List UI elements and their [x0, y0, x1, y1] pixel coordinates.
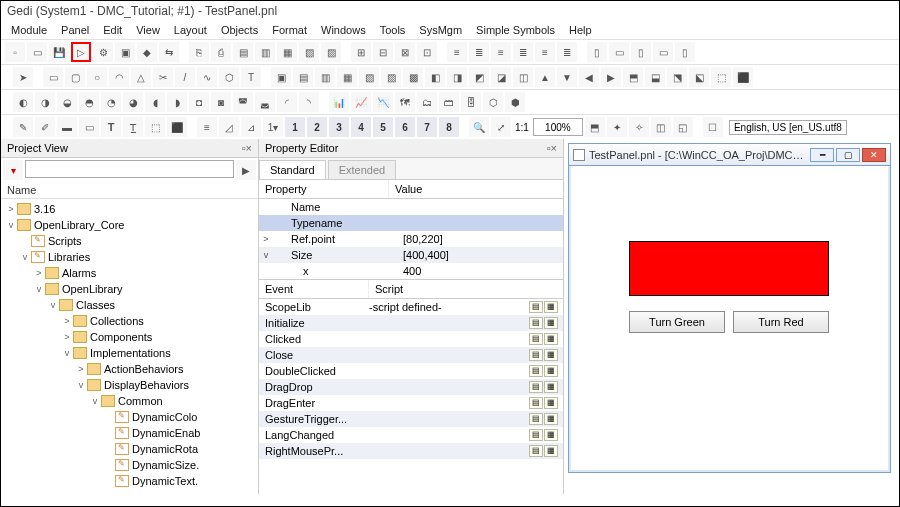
- menu-simple-symbols[interactable]: Simple Symbols: [476, 24, 555, 36]
- property-row[interactable]: Name: [259, 199, 563, 215]
- expander-icon[interactable]: v: [5, 220, 17, 230]
- ext-icon[interactable]: ◚: [233, 92, 253, 112]
- save-icon[interactable]: 💾: [49, 42, 69, 62]
- tree-node[interactable]: >Components: [1, 329, 258, 345]
- distribute-icon[interactable]: ▯: [587, 42, 607, 62]
- new-icon[interactable]: ▫: [5, 42, 25, 62]
- shape-icon[interactable]: T: [241, 67, 261, 87]
- tool-icon[interactable]: ▣: [115, 42, 135, 62]
- grid-icon[interactable]: ⊞: [351, 42, 371, 62]
- draw-icon[interactable]: ✎: [13, 117, 33, 137]
- script-open-icon[interactable]: ▤: [529, 381, 543, 393]
- widget-icon[interactable]: ▶: [601, 67, 621, 87]
- event-row[interactable]: DragDrop▤▦: [259, 379, 563, 395]
- layer-4[interactable]: 4: [351, 117, 371, 137]
- tree-node[interactable]: vImplementations: [1, 345, 258, 361]
- expander-icon[interactable]: v: [259, 250, 273, 260]
- menu-layout[interactable]: Layout: [174, 24, 207, 36]
- ext-icon[interactable]: ◝: [299, 92, 319, 112]
- widget-icon[interactable]: ▤: [293, 67, 313, 87]
- widget-icon[interactable]: ⬚: [711, 67, 731, 87]
- tool-icon[interactable]: ⚙: [93, 42, 113, 62]
- script-edit-icon[interactable]: ▦: [544, 429, 558, 441]
- tree-node[interactable]: vLibraries: [1, 249, 258, 265]
- ext-icon[interactable]: ◔: [101, 92, 121, 112]
- nav-icon[interactable]: ◫: [651, 117, 671, 137]
- tool-icon[interactable]: ▤: [233, 42, 253, 62]
- expander-icon[interactable]: >: [5, 204, 17, 214]
- distribute-icon[interactable]: ▭: [609, 42, 629, 62]
- paste-icon[interactable]: ⎙: [211, 42, 231, 62]
- shape-icon[interactable]: ∿: [197, 67, 217, 87]
- event-row[interactable]: Initialize▤▦: [259, 315, 563, 331]
- property-value[interactable]: [400,400]: [403, 249, 449, 261]
- property-row[interactable]: Typename: [259, 215, 563, 231]
- script-edit-icon[interactable]: ▦: [544, 445, 558, 457]
- maximize-icon[interactable]: ▢: [836, 148, 860, 162]
- draw-icon[interactable]: ⬛: [167, 117, 187, 137]
- tool-icon[interactable]: ⇆: [159, 42, 179, 62]
- tree-node[interactable]: >ActionBehaviors: [1, 361, 258, 377]
- align-icon[interactable]: ≣: [469, 42, 489, 62]
- chart-icon[interactable]: ⬡: [483, 92, 503, 112]
- expander-icon[interactable]: >: [61, 316, 73, 326]
- widget-icon[interactable]: ▧: [359, 67, 379, 87]
- project-tree[interactable]: >3.16vOpenLibrary_CoreScriptsvLibraries>…: [1, 199, 258, 494]
- event-row[interactable]: Clicked▤▦: [259, 331, 563, 347]
- property-value[interactable]: [80,220]: [403, 233, 443, 245]
- menu-windows[interactable]: Windows: [321, 24, 366, 36]
- script-open-icon[interactable]: ▤: [529, 301, 543, 313]
- shape-icon[interactable]: ▢: [65, 67, 85, 87]
- script-open-icon[interactable]: ▤: [529, 429, 543, 441]
- chart-icon[interactable]: 📉: [373, 92, 393, 112]
- tree-node[interactable]: DynamicRota: [1, 441, 258, 457]
- ext-icon[interactable]: ◓: [79, 92, 99, 112]
- ext-icon[interactable]: ◑: [35, 92, 55, 112]
- widget-icon[interactable]: ▲: [535, 67, 555, 87]
- widget-icon[interactable]: ▨: [381, 67, 401, 87]
- script-edit-icon[interactable]: ▦: [544, 413, 558, 425]
- menu-edit[interactable]: Edit: [103, 24, 122, 36]
- draw-icon[interactable]: ▬: [57, 117, 77, 137]
- ext-icon[interactable]: ◖: [145, 92, 165, 112]
- layer-6[interactable]: 6: [395, 117, 415, 137]
- widget-icon[interactable]: ◨: [447, 67, 467, 87]
- expander-icon[interactable]: >: [33, 268, 45, 278]
- minimize-icon[interactable]: ━: [810, 148, 834, 162]
- align-icon[interactable]: ≡: [491, 42, 511, 62]
- menu-format[interactable]: Format: [272, 24, 307, 36]
- close-icon[interactable]: ×: [551, 142, 557, 154]
- tree-node[interactable]: vCommon: [1, 393, 258, 409]
- distribute-icon[interactable]: ▯: [631, 42, 651, 62]
- num-icon[interactable]: 1▾: [263, 117, 283, 137]
- ext-icon[interactable]: ◒: [57, 92, 77, 112]
- zoom-icon[interactable]: 🔍: [469, 117, 489, 137]
- layer-2[interactable]: 2: [307, 117, 327, 137]
- tool-icon[interactable]: ⊟: [373, 42, 393, 62]
- layer-3[interactable]: 3: [329, 117, 349, 137]
- widget-icon[interactable]: ◫: [513, 67, 533, 87]
- chart-icon[interactable]: 📈: [351, 92, 371, 112]
- red-rectangle[interactable]: [629, 241, 829, 296]
- search-go-icon[interactable]: ▶: [236, 160, 256, 180]
- close-icon[interactable]: ✕: [862, 148, 886, 162]
- distribute-icon[interactable]: ▭: [653, 42, 673, 62]
- tree-node[interactable]: DynamicSize.: [1, 457, 258, 473]
- layer-5[interactable]: 5: [373, 117, 393, 137]
- event-row[interactable]: DragEnter▤▦: [259, 395, 563, 411]
- widget-icon[interactable]: ◧: [425, 67, 445, 87]
- draw-icon[interactable]: ▭: [79, 117, 99, 137]
- copy-icon[interactable]: ⎘: [189, 42, 209, 62]
- widget-icon[interactable]: ⬒: [623, 67, 643, 87]
- property-row[interactable]: x400: [259, 263, 563, 279]
- widget-icon[interactable]: ▼: [557, 67, 577, 87]
- checkbox-icon[interactable]: ☐: [703, 117, 723, 137]
- property-row[interactable]: >Ref.point[80,220]: [259, 231, 563, 247]
- tree-node[interactable]: vDisplayBehaviors: [1, 377, 258, 393]
- event-row[interactable]: ScopeLib-script defined-▤▦: [259, 299, 563, 315]
- event-row[interactable]: Close▤▦: [259, 347, 563, 363]
- align-icon[interactable]: ≣: [513, 42, 533, 62]
- pointer-icon[interactable]: ➤: [13, 67, 33, 87]
- ext-icon[interactable]: ◗: [167, 92, 187, 112]
- widget-icon[interactable]: ▩: [403, 67, 423, 87]
